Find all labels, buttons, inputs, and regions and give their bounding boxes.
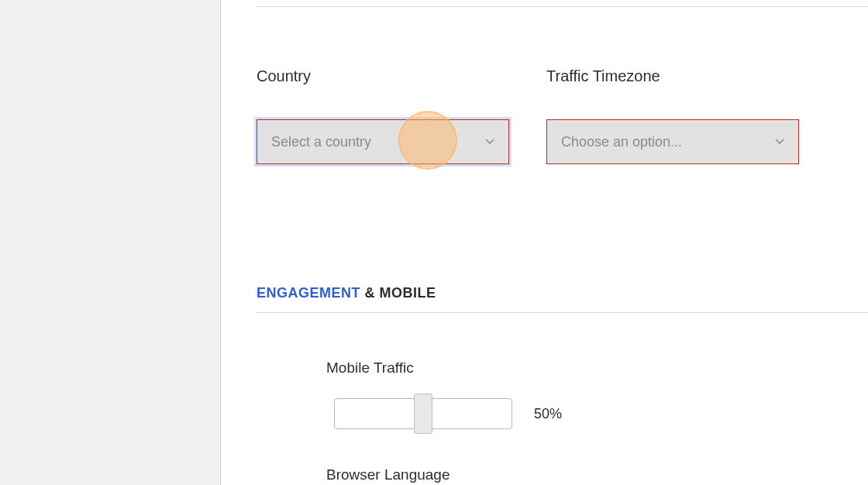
country-field-group: Country Select a country <box>257 67 509 164</box>
country-select-placeholder: Select a country <box>271 134 371 150</box>
country-label: Country <box>257 67 509 85</box>
country-select[interactable]: Select a country <box>257 119 509 164</box>
mobile-traffic-slider-container: 50% <box>334 398 562 429</box>
timezone-select[interactable]: Choose an option... <box>546 119 799 164</box>
bottom-label-row: Browser Language Browser Timezone <box>257 466 868 483</box>
geo-row: Country Select a country Traffic Timezon… <box>257 67 868 164</box>
section-title-highlight: ENGAGEMENT <box>257 285 360 301</box>
browser-language-label: Browser Language <box>326 466 450 483</box>
mobile-traffic-slider[interactable] <box>334 398 512 429</box>
bounce-rate-group: Bounce Rate <box>794 359 868 429</box>
section-title-rest: & MOBILE <box>360 285 436 301</box>
main-content: Country Select a country Traffic Timezon… <box>221 0 868 485</box>
page-layout: Country Select a country Traffic Timezon… <box>0 0 868 485</box>
mobile-traffic-slider-thumb[interactable] <box>414 394 432 434</box>
mobile-traffic-value: 50% <box>534 406 562 422</box>
chevron-down-icon <box>485 137 494 146</box>
engagement-section-header: ENGAGEMENT & MOBILE <box>257 285 868 312</box>
timezone-select-placeholder: Choose an option... <box>561 134 682 150</box>
chevron-down-icon <box>775 137 784 146</box>
timezone-field-group: Traffic Timezone Choose an option... <box>546 67 799 164</box>
engagement-divider <box>257 312 868 313</box>
timezone-label: Traffic Timezone <box>546 67 799 85</box>
top-divider <box>257 6 868 7</box>
mobile-traffic-group: Mobile Traffic 50% <box>257 359 562 429</box>
mobile-traffic-label: Mobile Traffic <box>326 359 562 377</box>
slider-row: Mobile Traffic 50% Bounce Rate <box>257 359 868 429</box>
left-sidebar <box>0 0 221 485</box>
